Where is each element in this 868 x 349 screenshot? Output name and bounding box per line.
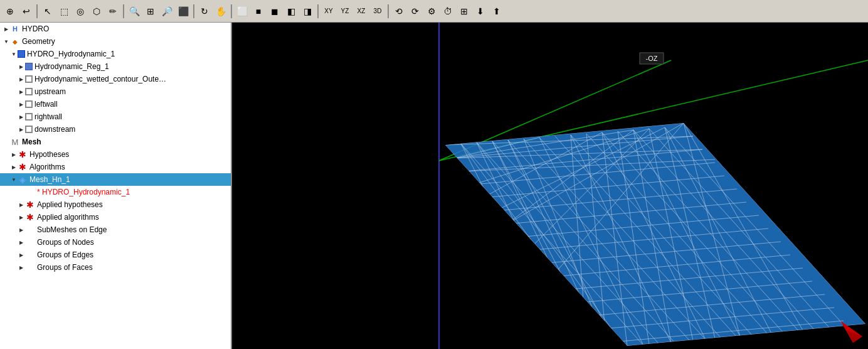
clock-btn[interactable]: ⏱ <box>440 4 455 19</box>
icon-reg1 <box>25 63 33 70</box>
arrow-hydro: ▶ <box>3 25 10 33</box>
icon-algorithms: ✱ <box>18 162 28 172</box>
icon-hydro-ref <box>25 187 35 197</box>
sep4 <box>231 4 232 18</box>
tree-item-downstream[interactable]: ▶ downstream <box>0 123 231 136</box>
import-btn[interactable]: ⬇ <box>473 4 488 19</box>
tree-item-hydro[interactable]: ▶ H HYDRO <box>0 23 231 35</box>
arrow-rightwall: ▶ <box>18 113 25 121</box>
arrow-leftwall: ▶ <box>18 100 25 108</box>
label-geometry: Geometry <box>22 37 55 46</box>
tree-item-algorithms[interactable]: ▶ ✱ Algorithms <box>0 161 231 173</box>
icon-groups-nodes <box>25 237 35 247</box>
tree-item-rightwall[interactable]: ▶ rightwall <box>0 110 231 123</box>
export-btn[interactable]: ⬆ <box>489 4 504 19</box>
label-applied-alg: Applied algorithms <box>37 213 99 222</box>
tree-item-groups-nodes[interactable]: ▶ Groups of Nodes <box>0 236 231 249</box>
label-groups-edges: Groups of Edges <box>37 250 93 259</box>
sep2 <box>123 4 124 18</box>
grid-btn[interactable]: ⊞ <box>457 4 472 19</box>
zoom-window-btn[interactable]: ⬛ <box>176 4 191 19</box>
shade3-btn[interactable]: ◨ <box>300 4 315 19</box>
settings-btn[interactable]: ⚙ <box>424 4 439 19</box>
view-front-btn[interactable]: XY <box>321 4 336 19</box>
icon-hypotheses: ✱ <box>18 149 28 159</box>
sep3 <box>193 4 194 18</box>
tree-item-groups-edges[interactable]: ▶ Groups of Edges <box>0 249 231 261</box>
label-hydro: HYDRO <box>22 24 49 33</box>
select-circ-btn[interactable]: ◎ <box>73 4 88 19</box>
icon-mesh: M <box>10 137 20 147</box>
tree-item-hypotheses[interactable]: ▶ ✱ Hypotheses <box>0 148 231 161</box>
icon-leftwall <box>25 100 33 108</box>
tree-item-applied-alg[interactable]: ▶ ✱ Applied algorithms <box>0 211 231 223</box>
open-btn[interactable]: ↩ <box>19 4 34 19</box>
arrow-hydro1: ▼ <box>10 50 18 58</box>
tree-item-leftwall[interactable]: ▶ leftwall <box>0 98 231 110</box>
arrow-applied-hyp: ▶ <box>18 201 25 208</box>
wire-btn[interactable]: ⬜ <box>235 4 250 19</box>
tree-item-hydro-wetted[interactable]: ▶ Hydrodynamic_wetted_contour_Oute… <box>0 73 231 85</box>
tree-item-mesh-hn1[interactable]: ▼ ◈ Mesh_Hn_1 <box>0 173 231 186</box>
sep5 <box>317 4 319 18</box>
arrow-upstream: ▶ <box>18 88 25 95</box>
select-poly-btn[interactable]: ⬡ <box>89 4 104 19</box>
new-btn[interactable]: ⊕ <box>3 4 18 19</box>
arrow-reg1: ▶ <box>18 63 25 70</box>
label-groups-faces: Groups of Faces <box>37 263 93 272</box>
icon-wetted <box>25 75 33 83</box>
label-reg1: Hydrodynamic_Reg_1 <box>34 62 109 71</box>
icon-hydro: H <box>10 24 20 34</box>
zoom-fit-btn[interactable]: ⊞ <box>143 4 158 19</box>
arrow-downstream: ▶ <box>18 126 25 133</box>
icon-downstream <box>25 126 33 133</box>
icon-upstream <box>25 88 33 95</box>
shaded-btn[interactable]: ◼ <box>267 4 282 19</box>
label-algorithms: Algorithms <box>29 163 65 171</box>
select-brush-btn[interactable]: ✏ <box>105 4 120 19</box>
zoom-in-btn[interactable]: 🔍 <box>127 4 142 19</box>
label-hypotheses: Hypotheses <box>29 150 69 159</box>
icon-submeshes <box>25 225 35 235</box>
view-top-btn[interactable]: XZ <box>354 4 369 19</box>
label-upstream: upstream <box>34 87 66 96</box>
tree-item-submeshes[interactable]: ▶ SubMeshes on Edge <box>0 223 231 236</box>
tree-panel: ▶ H HYDRO ▼ ◆ Geometry ▼ HYDRO_Hydrodyna… <box>0 23 232 349</box>
arrow-groups-faces: ▶ <box>18 264 25 271</box>
tree-item-hydro-reg1[interactable]: ▶ Hydrodynamic_Reg_1 <box>0 60 231 73</box>
label-hydro-ref: * HYDRO_Hydrodynamic_1 <box>37 188 130 196</box>
redo-action-btn[interactable]: ⟳ <box>408 4 423 19</box>
tree-item-groups-faces[interactable]: ▶ Groups of Faces <box>0 261 231 274</box>
zoom-out-btn[interactable]: 🔎 <box>159 4 174 19</box>
arrow-groups-nodes: ▶ <box>18 239 25 246</box>
tree-item-hydro-hydro1[interactable]: ▼ HYDRO_Hydrodynamic_1 <box>0 48 231 60</box>
label-downstream: downstream <box>34 125 75 134</box>
label-rightwall: rightwall <box>34 112 62 121</box>
tree-item-hydro-ref[interactable]: * HYDRO_Hydrodynamic_1 <box>0 186 231 198</box>
view-iso-btn[interactable]: 3D <box>370 4 385 19</box>
icon-hydro1 <box>18 50 25 58</box>
arrow-wetted: ▶ <box>18 75 25 83</box>
main-area: ▶ H HYDRO ▼ ◆ Geometry ▼ HYDRO_Hydrodyna… <box>0 23 868 349</box>
tree-item-applied-hyp[interactable]: ▶ ✱ Applied hypotheses <box>0 198 231 211</box>
tree-item-mesh[interactable]: M Mesh <box>0 136 231 148</box>
arrow-geometry: ▼ <box>3 38 10 45</box>
arrow-submeshes: ▶ <box>18 226 25 234</box>
label-hydro1: HYDRO_Hydrodynamic_1 <box>27 50 115 58</box>
viewport[interactable]: -OZ <box>232 23 868 349</box>
arrow-groups-edges: ▶ <box>18 251 25 259</box>
shade2-btn[interactable]: ◧ <box>283 4 299 19</box>
select-btn[interactable]: ↖ <box>40 4 55 19</box>
undo-action-btn[interactable]: ⟲ <box>391 4 406 19</box>
select-rect-btn[interactable]: ⬚ <box>56 4 71 19</box>
tree-item-upstream[interactable]: ▶ upstream <box>0 85 231 98</box>
arrow-algorithms: ▶ <box>10 163 18 171</box>
label-leftwall: leftwall <box>34 100 58 109</box>
tree-item-geometry[interactable]: ▼ ◆ Geometry <box>0 35 231 48</box>
label-submeshes: SubMeshes on Edge <box>37 225 107 234</box>
label-groups-nodes: Groups of Nodes <box>37 238 94 247</box>
rotate-btn[interactable]: ↻ <box>197 4 212 19</box>
view-back-btn[interactable]: YZ <box>337 4 352 19</box>
solid-btn[interactable]: ■ <box>251 4 266 19</box>
pan-btn[interactable]: ✋ <box>213 4 228 19</box>
